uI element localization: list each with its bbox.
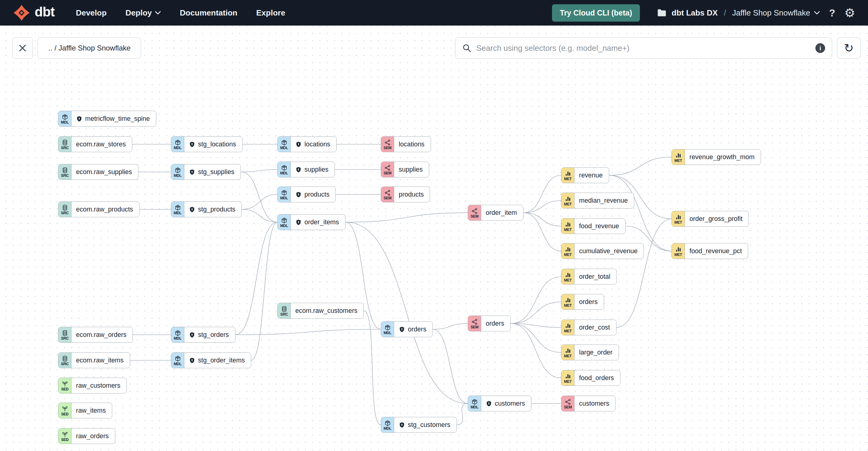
graph-node-orders_mdl[interactable]: MDLorders [381, 321, 433, 337]
semantic-model-network-icon: SEM [381, 137, 394, 152]
edge-orders_sem-to-large_order [510, 324, 561, 352]
graph-node-orders_met[interactable]: METorders [561, 294, 604, 310]
chevron-down-icon [155, 11, 161, 14]
search-input[interactable] [476, 43, 815, 53]
node-label: order_items [291, 214, 345, 230]
metric-bar-chart-icon: MET [672, 149, 685, 164]
nav-item-develop[interactable]: Develop [76, 8, 106, 18]
graph-node-order_gross_profit[interactable]: METorder_gross_profit [672, 211, 749, 227]
graph-node-stg_customers[interactable]: MDLstg_customers [381, 417, 457, 433]
node-label: raw_items [71, 403, 112, 418]
folder-icon [657, 8, 666, 17]
shield-icon [295, 191, 302, 198]
node-label: revenue [575, 168, 609, 183]
nav-item-documentation[interactable]: Documentation [180, 8, 237, 18]
refresh-button[interactable]: ↻ [837, 37, 861, 59]
shield-icon [189, 169, 195, 175]
edge-revenue-to-revenue_growth_mom [609, 157, 672, 175]
graph-node-supplies_sem[interactable]: SEMsupplies [381, 161, 429, 177]
node-label: stg_customers [394, 417, 457, 432]
graph-node-locations_sem[interactable]: SEMlocations [381, 136, 431, 152]
dbt-logo[interactable]: dbt [13, 4, 55, 22]
graph-node-products_sem[interactable]: SEMproducts [381, 186, 430, 202]
try-cloud-cli-button[interactable]: Try Cloud CLI (beta) [552, 4, 640, 22]
node-label: ecom.raw_orders [71, 327, 133, 342]
graph-node-order_cost[interactable]: METorder_cost [561, 320, 617, 335]
account-name[interactable]: dbt Labs DX [672, 8, 718, 18]
project-name-label: Jaffle Shop Snowflake [732, 8, 810, 18]
nav-item-deploy[interactable]: Deploy [126, 8, 161, 18]
nav-item-explore[interactable]: Explore [256, 8, 285, 18]
graph-node-order_item_sem[interactable]: SEMorder_item [468, 205, 523, 221]
node-label: orders [481, 316, 510, 331]
navbar-right-cluster: Try Cloud CLI (beta) dbt Labs DX / Jaffl… [552, 4, 855, 22]
lineage-edges [0, 26, 868, 451]
graph-node-src_raw_supplies[interactable]: SRCecom.raw_supplies [58, 164, 138, 180]
graph-node-locations_mdl[interactable]: MDLlocations [277, 136, 337, 152]
semantic-model-network-icon: SEM [561, 396, 575, 411]
graph-node-food_orders[interactable]: METfood_orders [561, 370, 620, 386]
close-icon [18, 44, 27, 52]
settings-gear-icon[interactable]: ⚙ [844, 7, 855, 19]
node-label: supplies [394, 162, 429, 177]
node-label: ecom.raw_customers [291, 303, 364, 318]
shield-icon [189, 141, 195, 148]
graph-node-stg_products[interactable]: MDLstg_products [171, 202, 242, 217]
model-cube-icon: MDL [278, 137, 291, 152]
graph-node-seed_raw_orders[interactable]: SEDraw_orders [58, 428, 115, 444]
shield-icon [486, 400, 492, 407]
account-breadcrumb: dbt Labs DX / Jaffle Shop Snowflake [657, 8, 820, 18]
graph-node-median_revenue[interactable]: METmedian_revenue [561, 192, 634, 208]
graph-node-src_raw_stores[interactable]: SRCecom.raw_stores [58, 136, 132, 152]
graph-node-src_raw_orders[interactable]: SRCecom.raw_orders [58, 327, 133, 343]
edge-stg_orders-to-orders_mdl [236, 329, 381, 335]
node-label: order_gross_profit [685, 211, 748, 227]
graph-node-customers_sem[interactable]: SEMcustomers [561, 396, 616, 412]
graph-node-orders_sem[interactable]: SEMorders [468, 315, 510, 331]
graph-node-revenue_growth_mom[interactable]: METrevenue_growth_mom [672, 149, 761, 165]
graph-node-src_raw_items[interactable]: SRCecom.raw_items [58, 352, 130, 368]
graph-node-supplies_mdl[interactable]: MDLsupplies [277, 161, 335, 177]
node-label: locations [394, 137, 431, 152]
graph-node-stg_locations[interactable]: MDLstg_locations [171, 136, 243, 152]
metric-bar-chart-icon: MET [561, 370, 575, 386]
lineage-canvas[interactable]: .. / Jaffle Shop Snowflake i ↻ MDLmetric… [0, 26, 868, 451]
metric-bar-chart-icon: MET [561, 168, 575, 183]
graph-node-food_revenue_pct[interactable]: METfood_revenue_pct [672, 243, 748, 259]
graph-node-cumulative_revenue[interactable]: METcumulative_revenue [561, 243, 644, 259]
semantic-model-network-icon: SEM [468, 316, 481, 331]
selector-search: i [455, 37, 832, 59]
lineage-breadcrumb[interactable]: .. / Jaffle Shop Snowflake [38, 37, 141, 59]
graph-node-revenue[interactable]: METrevenue [561, 168, 609, 183]
graph-node-src_raw_customers[interactable]: SRCecom.raw_customers [277, 303, 364, 319]
node-label: stg_supplies [184, 164, 241, 180]
graph-node-customers_mdl[interactable]: MDLcustomers [468, 396, 531, 412]
project-selector[interactable]: Jaffle Shop Snowflake [732, 8, 820, 18]
metric-bar-chart-icon: MET [561, 345, 575, 360]
source-database-icon: SRC [58, 202, 71, 217]
graph-node-stg_supplies[interactable]: MDLstg_supplies [171, 164, 241, 180]
semantic-model-network-icon: SEM [468, 205, 481, 220]
graph-node-products_mdl[interactable]: MDLproducts [277, 186, 336, 202]
help-button[interactable]: ? [829, 8, 835, 18]
graph-node-seed_raw_customers[interactable]: SEDraw_customers [58, 378, 127, 393]
close-lineage-button[interactable] [12, 37, 33, 59]
graph-node-large_order[interactable]: METlarge_order [561, 344, 619, 360]
graph-node-order_total[interactable]: METorder_total [561, 269, 617, 284]
graph-node-seed_raw_items[interactable]: SEDraw_items [58, 402, 112, 418]
shield-icon [295, 219, 302, 226]
graph-node-order_items[interactable]: MDLorder_items [277, 214, 345, 230]
shield-icon [189, 206, 195, 213]
graph-node-src_raw_products[interactable]: SRCecom.raw_products [58, 202, 140, 217]
model-cube-icon: MDL [278, 162, 291, 177]
graph-node-stg_order_items[interactable]: MDLstg_order_items [171, 352, 251, 368]
edge-order_item_sem-to-median_revenue [523, 201, 561, 213]
shield-icon [295, 141, 302, 148]
node-label: metricflow_time_spine [71, 111, 156, 126]
search-info-icon[interactable]: i [815, 43, 825, 53]
graph-node-stg_orders[interactable]: MDLstg_orders [171, 327, 236, 343]
graph-node-metricflow_time_spine[interactable]: MDLmetricflow_time_spine [58, 111, 156, 127]
metric-bar-chart-icon: MET [561, 243, 575, 259]
graph-node-food_revenue[interactable]: METfood_revenue [561, 218, 626, 234]
node-label: ecom.raw_items [71, 353, 130, 368]
